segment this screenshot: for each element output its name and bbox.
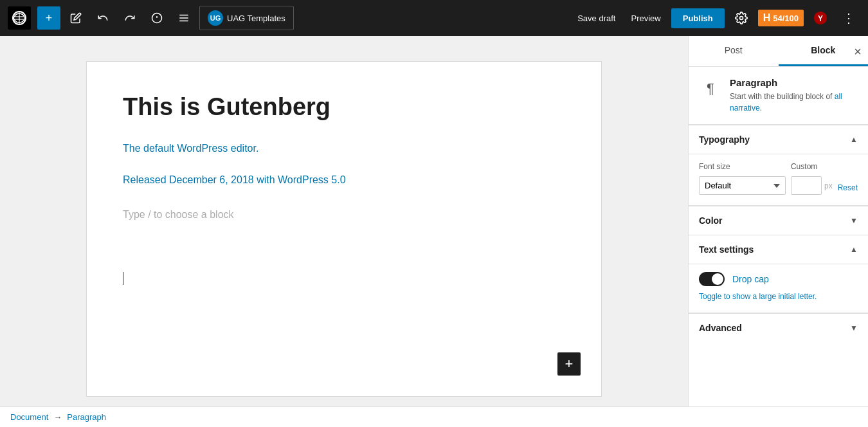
color-chevron-icon: ▼ <box>850 216 858 225</box>
preview-button[interactable]: Preview <box>626 10 665 27</box>
toolbar-left: + UG UAG Templates <box>8 6 294 30</box>
typography-section-header[interactable]: Typography ▲ <box>689 125 868 154</box>
color-section: Color ▼ <box>689 205 868 235</box>
typography-content: Font size Default Small Normal Medium La… <box>689 154 868 205</box>
content-para1[interactable]: The default WordPress editor. <box>123 140 565 157</box>
right-panel: Post Block × ¶ Paragraph Start with the … <box>688 36 868 406</box>
uag-icon: UG <box>208 10 223 26</box>
reset-group: Reset <box>838 182 858 195</box>
paragraph-breadcrumb-link[interactable]: Paragraph <box>67 412 106 422</box>
text-settings-chevron-icon: ▲ <box>850 245 858 254</box>
text-settings-header[interactable]: Text settings ▲ <box>689 235 868 264</box>
reset-button[interactable]: Reset <box>838 182 858 194</box>
advanced-section: Advanced ▼ <box>689 313 868 342</box>
color-section-header[interactable]: Color ▼ <box>689 206 868 235</box>
publish-button[interactable]: Publish <box>671 8 725 28</box>
text-settings-content: Drop cap Toggle to show a large initial … <box>689 264 868 313</box>
text-cursor <box>123 272 123 285</box>
yoast-h-icon: H <box>763 12 771 24</box>
pencil-button[interactable] <box>64 6 87 30</box>
content-para2[interactable]: Released December 6, 2018 with WordPress… <box>123 172 565 188</box>
svg-text:Y: Y <box>818 14 823 23</box>
px-unit-label: px <box>824 181 833 190</box>
yoast-score: 54/100 <box>773 14 799 23</box>
breadcrumb-arrow: → <box>53 412 62 422</box>
editor-content[interactable]: This is Gutenberg The default WordPress … <box>87 62 601 396</box>
drop-cap-toggle[interactable] <box>699 272 725 286</box>
add-block-floating-button[interactable]: + <box>557 352 581 376</box>
settings-button[interactable] <box>730 6 753 30</box>
text-settings-label: Text settings <box>699 244 754 255</box>
content-heading[interactable]: This is Gutenberg <box>123 93 565 122</box>
svg-point-10 <box>739 17 743 20</box>
panel-body: ¶ Paragraph Start with the building bloc… <box>689 67 868 406</box>
yoast-icon-button[interactable]: Y <box>809 6 832 30</box>
drop-cap-row: Drop cap <box>699 272 858 286</box>
toggle-knob <box>712 273 723 285</box>
toolbar-right: Save draft Preview Publish H 54/100 Y ⋮ <box>572 6 860 30</box>
custom-font-size-input[interactable] <box>791 176 822 195</box>
redo-button[interactable] <box>118 6 141 30</box>
advanced-label: Advanced <box>699 323 742 333</box>
tab-post[interactable]: Post <box>689 36 779 66</box>
drop-cap-hint: Toggle to show a large initial letter. <box>699 291 858 302</box>
drop-cap-label[interactable]: Drop cap <box>732 274 769 284</box>
color-label: Color <box>699 215 723 226</box>
text-settings-section: Text settings ▲ Drop cap Toggle to show … <box>689 235 868 313</box>
toolbar: + UG UAG Templates Save draft Preview Pu… <box>0 0 868 36</box>
content-placeholder[interactable]: Type / to choose a block <box>123 209 565 221</box>
add-block-toolbar-button[interactable]: + <box>37 6 60 30</box>
panel-close-button[interactable]: × <box>854 45 862 58</box>
custom-label: Custom <box>791 162 833 171</box>
wp-logo[interactable] <box>8 6 31 30</box>
block-name: Paragraph <box>730 77 858 88</box>
block-info-text: Paragraph Start with the building block … <box>730 77 858 114</box>
panel-tabs: Post Block × <box>689 36 868 67</box>
font-size-group: Font size Default Small Normal Medium La… <box>699 162 786 195</box>
block-info: ¶ Paragraph Start with the building bloc… <box>689 67 868 125</box>
advanced-section-header[interactable]: Advanced ▼ <box>689 313 868 342</box>
editor-area[interactable]: This is Gutenberg The default WordPress … <box>0 36 688 406</box>
list-view-button[interactable] <box>172 6 195 30</box>
custom-input-group: Custom px <box>791 162 833 195</box>
save-draft-button[interactable]: Save draft <box>572 10 620 27</box>
font-size-label: Font size <box>699 162 786 171</box>
undo-button[interactable] <box>91 6 114 30</box>
paragraph-icon: ¶ <box>699 77 722 100</box>
block-description: Start with the building block of all nar… <box>730 91 858 114</box>
main-area: This is Gutenberg The default WordPress … <box>0 36 868 406</box>
advanced-chevron-icon: ▼ <box>850 323 858 332</box>
document-link[interactable]: Document <box>10 412 48 422</box>
status-bar: Document → Paragraph <box>0 406 868 427</box>
uag-templates-button[interactable]: UG UAG Templates <box>199 6 294 30</box>
yoast-seo-badge[interactable]: H 54/100 <box>758 10 804 26</box>
typography-chevron-icon: ▲ <box>850 135 858 144</box>
typography-label: Typography <box>699 134 750 145</box>
more-options-button[interactable]: ⋮ <box>837 6 860 30</box>
info-button[interactable] <box>145 6 168 30</box>
font-size-select[interactable]: Default Small Normal Medium Large Larger <box>699 176 786 195</box>
font-controls: Font size Default Small Normal Medium La… <box>699 162 858 195</box>
